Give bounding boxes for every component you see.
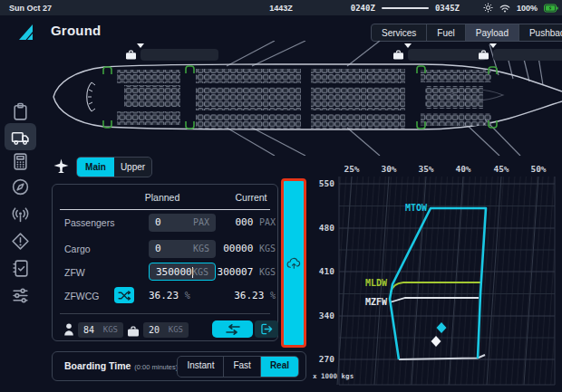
svg-text:35%: 35% <box>418 164 433 174</box>
input-unit: KGS <box>169 322 183 338</box>
flypad-ground-payload-screen: Sun Oct 27 1443Z 0240Z 0345Z 100% <box>0 0 562 392</box>
input-value: 0 <box>155 214 161 232</box>
cargo-station-fwd <box>125 48 218 61</box>
column-header-planned: Planned <box>126 192 199 203</box>
x-tick-labels: 25% 30% 35% 40% 45% 50% <box>344 164 546 174</box>
page-title: Ground <box>51 23 101 38</box>
input-value: 20 <box>149 322 160 338</box>
payload-panel: Planned Current Passengers 0 PAX 000 PAX… <box>52 184 278 341</box>
mzfw-label: MZFW <box>365 297 388 307</box>
input-unit: KGS <box>103 322 118 338</box>
cargo-bulk-input[interactable] <box>493 49 562 61</box>
sidebar-item-ground[interactable] <box>11 128 30 147</box>
cloud-arrow-icon <box>286 257 302 270</box>
battery-percent: 100% <box>517 4 538 13</box>
transfer-payload-button[interactable] <box>212 320 253 338</box>
calculator-icon <box>11 152 30 171</box>
briefcase-icon <box>478 50 489 60</box>
option-fast[interactable]: Fast <box>223 357 259 377</box>
svg-text:410: 410 <box>319 266 334 276</box>
y-tick-labels: 550 480 410 340 270 <box>319 178 334 364</box>
checklist-icon <box>11 259 30 278</box>
tab-upper-deck[interactable]: Upper <box>114 158 151 177</box>
mtow-label: MTOW <box>405 203 428 213</box>
deck-selector: Main Upper <box>76 157 152 177</box>
broadcast-icon <box>11 205 30 224</box>
svg-text:40%: 40% <box>455 164 470 174</box>
wifi-icon <box>499 4 510 13</box>
svg-text:480: 480 <box>319 223 334 233</box>
briefcase-icon <box>125 50 137 60</box>
option-real[interactable]: Real <box>260 357 298 377</box>
truck-icon <box>11 128 30 147</box>
svg-text:340: 340 <box>319 311 334 320</box>
row-label: Cargo <box>64 240 91 258</box>
header-rule <box>60 209 270 210</box>
seat-rows[interactable] <box>117 69 491 129</box>
zfwcg-shuffle-button[interactable] <box>114 287 134 303</box>
mldw-label: MLDW <box>365 278 388 288</box>
tab-fuel[interactable]: Fuel <box>426 24 464 41</box>
dropdown-caret-icon <box>489 43 497 48</box>
row-label: Passengers <box>64 214 114 232</box>
status-bar: Sun Oct 27 1443Z 0240Z 0345Z 100% <box>0 0 562 15</box>
flight-progress-bar <box>382 7 429 9</box>
dropdown-caret-icon <box>137 43 144 48</box>
cargo-fwd-input[interactable] <box>140 49 218 61</box>
input-value: 84 <box>83 322 94 338</box>
input-value: 0 <box>155 240 161 258</box>
arrival-time: 0345Z <box>435 4 460 13</box>
deboard-button[interactable] <box>255 320 278 338</box>
shuffle-icon <box>118 291 131 301</box>
tab-pushback[interactable]: Pushback <box>518 24 562 41</box>
svg-text:25%: 25% <box>344 164 359 174</box>
boarding-speed-selector: Instant Fast Real <box>177 356 299 378</box>
sliders-icon <box>11 286 30 305</box>
bag-weight-input[interactable]: 20 KGS <box>143 322 189 338</box>
svg-text:550: 550 <box>319 178 334 188</box>
cg-envelope-chart: 25% 30% 35% 40% 45% 50% 550 480 410 340 … <box>311 160 562 392</box>
option-instant[interactable]: Instant <box>178 357 223 377</box>
svg-text:30%: 30% <box>381 164 396 174</box>
boarding-time-label: Boarding Time(0:00 minutes) <box>64 352 178 381</box>
sidebar-item-failures[interactable] <box>11 232 30 251</box>
person-icon <box>63 323 74 339</box>
tab-payload[interactable]: Payload <box>465 24 518 41</box>
column-header-current: Current <box>215 192 287 203</box>
dropdown-caret-icon <box>404 43 412 48</box>
cargo-station-bulk <box>478 48 562 61</box>
warning-diamond-icon <box>11 232 30 251</box>
cargo-station-aft <box>392 48 486 61</box>
row-label: ZFW <box>64 263 85 282</box>
sidebar-item-performance[interactable] <box>11 152 30 171</box>
current-value: 300007 KGS <box>189 263 276 282</box>
sidebar-item-atc[interactable] <box>11 205 30 224</box>
cargo-aft-input[interactable] <box>408 49 486 61</box>
svg-text:270: 270 <box>319 354 334 364</box>
planned-zfwcg: 36.23 % <box>149 287 190 305</box>
sidebar-nav <box>0 43 41 392</box>
compass-icon <box>11 177 30 196</box>
battery-icon <box>544 4 558 13</box>
current-value: 36.23 % <box>189 287 276 305</box>
boarding-time-panel: Boarding Time(0:00 minutes) Instant Fast… <box>52 351 306 381</box>
boarding-gauge-button[interactable] <box>281 178 306 348</box>
briefcase-icon <box>392 50 404 60</box>
pax-weight-input[interactable]: 84 KGS <box>78 322 123 338</box>
sidebar-item-navigation[interactable] <box>11 177 30 196</box>
gear-icon[interactable] <box>483 3 493 13</box>
current-value: 00000 KGS <box>189 240 276 258</box>
current-value: 000 PAX <box>189 214 276 232</box>
airplane-icon <box>53 158 69 177</box>
panel-separator <box>60 313 270 314</box>
header-tab-bar: Services Fuel Payload Pushback <box>371 24 562 42</box>
tab-services[interactable]: Services <box>372 24 426 41</box>
flybywire-logo <box>18 24 34 44</box>
sidebar-item-settings[interactable] <box>11 286 30 305</box>
row-label: ZFWCG <box>64 287 100 305</box>
tab-main-deck[interactable]: Main <box>77 158 114 177</box>
sidebar-item-dispatch[interactable] <box>11 102 30 121</box>
boarding-time-estimate: (0:00 minutes) <box>134 363 178 371</box>
sidebar-item-checklists[interactable] <box>11 259 30 278</box>
svg-text:50%: 50% <box>530 164 546 174</box>
